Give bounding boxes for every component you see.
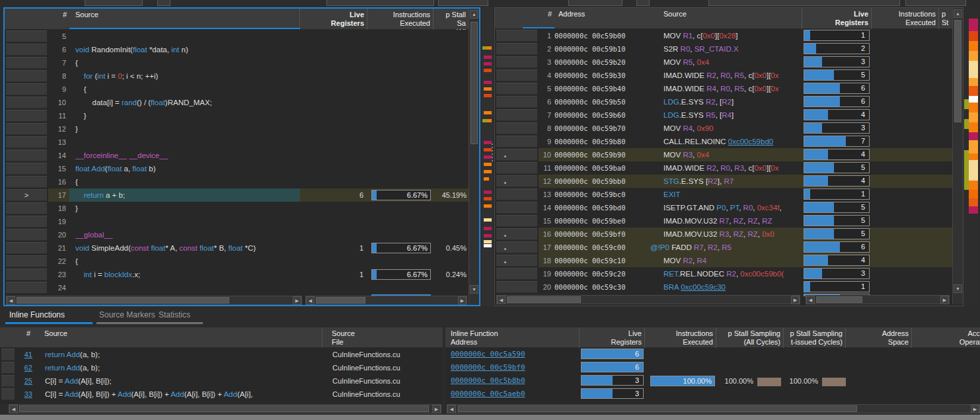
scroll-left-arrow[interactable]: ◀	[306, 296, 315, 305]
gutter-cell[interactable]	[6, 136, 47, 148]
source-row[interactable]: 10 data[i] = rand() / (float)RAND_MAX;	[5, 96, 469, 109]
sass-row[interactable]: 190000000c 00c59c20RET.REL.NODEC R2, 0xc…	[495, 267, 952, 280]
sass-row[interactable]: 100000000c 00c59b90MOV R3, 0x44	[495, 148, 952, 161]
sass-instruction-cell[interactable]: CALL.REL.NOINC 0xc00c59bd0	[647, 135, 802, 148]
sass-instruction-cell[interactable]: LDG.E.SYS R2, [R2]	[647, 95, 802, 108]
gutter-cell[interactable]	[6, 255, 47, 267]
source-code-cell[interactable]: data[i] = rand() / (float)RAND_MAX;	[69, 96, 300, 109]
source-code-cell[interactable]: {	[69, 83, 300, 96]
gutter-cell[interactable]	[496, 268, 537, 280]
source-row[interactable]: 18}	[5, 202, 469, 215]
source-code-cell[interactable]: float Add(float a, float b)	[69, 162, 300, 175]
sass-row[interactable]: 130000000c 00c59bc0EXIT1	[495, 188, 952, 201]
gutter-cell[interactable]	[496, 83, 537, 95]
col-header-access-operation[interactable]: AccessOperation	[912, 327, 980, 348]
inline-function-address-link[interactable]: 0000000c 00c5b8b0	[445, 374, 580, 388]
sass-row[interactable]: 160000000c 00c59bf0IMAD.MOV.U32 R3, RZ, …	[495, 228, 952, 241]
gutter-cell[interactable]	[6, 216, 47, 228]
line-number-link[interactable]: 33	[17, 388, 33, 401]
table-row[interactable]: 0000000c 00c5b8b03100.00%100.00%100.00%	[445, 374, 980, 388]
source-row[interactable]: 21void SimpleAdd(const float* A, const f…	[5, 241, 469, 255]
source-row[interactable]: 8 for (int i = 0; i < n; ++i)	[5, 69, 469, 83]
sass-row[interactable]: 140000000c 00c59bd0ISETP.GT.AND P0, PT, …	[495, 201, 952, 214]
col-header-line-number[interactable]: #	[0, 327, 33, 348]
source-code-cell[interactable]: return a + b;	[69, 189, 300, 202]
sass-instruction-cell[interactable]: IMAD.MOV.U32 R3, RZ, RZ, 0x0	[647, 228, 802, 241]
col-header-stall-sampling[interactable]: p Stall Sa(All	[433, 9, 469, 30]
scroll-left-arrow[interactable]: ◀	[497, 296, 506, 304]
scroll-thumb[interactable]	[19, 405, 429, 412]
inline-function-address-link[interactable]: 0000000c 00c5a590	[445, 348, 580, 361]
col-header-instructions-executed[interactable]: InstructionsExecuted	[367, 9, 433, 30]
gutter-cell[interactable]	[6, 202, 47, 214]
gutter-cell[interactable]	[496, 136, 537, 147]
sass-instruction-cell[interactable]: EXIT	[647, 188, 802, 201]
sass-row[interactable]: 180000000c 00c59c10MOV R2, R44	[495, 254, 952, 267]
col-header-source[interactable]: Source	[34, 327, 322, 348]
source-row[interactable]: 22{	[5, 255, 469, 268]
col-header-live-registers[interactable]: LiveRegisters	[300, 9, 367, 30]
scroll-thumb[interactable]	[471, 22, 478, 144]
source-row[interactable]: 20__global__	[5, 228, 469, 241]
gutter-cell[interactable]	[6, 97, 47, 108]
scroll-right-arrow[interactable]: ▶	[293, 296, 301, 305]
sass-vscrollbar[interactable]: ▲ ▼	[952, 8, 963, 304]
gutter-cell[interactable]	[496, 162, 537, 174]
scroll-right-arrow[interactable]: ▶	[971, 405, 979, 413]
stall-heatmap-strip-right[interactable]	[964, 7, 978, 306]
source-hscrollbar[interactable]: ◀ ▶	[6, 296, 302, 305]
source-code-cell[interactable]: {	[69, 56, 300, 69]
gutter-cell[interactable]	[496, 228, 537, 240]
inline-function-address-link[interactable]: 0000000c 00c5aeb0	[445, 388, 580, 401]
table-row[interactable]: 0000000c 00c5aeb03	[445, 388, 980, 401]
sass-instruction-cell[interactable]: IMAD.WIDE R2, R0, R3, c[0x0][0x	[647, 161, 802, 175]
scroll-right-arrow[interactable]: ▶	[940, 296, 949, 304]
sass-instruction-cell[interactable]: @!P0 FADD R7, R2, R5	[647, 241, 802, 254]
scroll-up-arrow[interactable]: ▲	[954, 9, 962, 18]
source-row[interactable]: 19	[5, 215, 469, 228]
source-row[interactable]: 11 }	[5, 109, 469, 122]
sass-instruction-cell[interactable]: STG.E.SYS [R2], R7	[647, 175, 802, 188]
source-code-cell[interactable]: int i = blockIdx.x;	[69, 268, 300, 281]
scroll-thumb[interactable]	[507, 296, 581, 303]
sass-instruction-cell[interactable]: MOV R4, 0x90	[647, 122, 802, 135]
source-code-cell[interactable]: __forceinline__ __device__	[69, 149, 300, 162]
gutter-cell[interactable]	[6, 57, 47, 69]
sass-instruction-cell[interactable]: MOV R3, 0x4	[647, 148, 802, 161]
gutter-cell[interactable]	[496, 149, 537, 161]
source-row[interactable]: 24	[5, 281, 469, 294]
bottom-right-hscrollbar[interactable]: ◀ ▶	[447, 404, 980, 413]
source-row[interactable]: 15float Add(float a, float b)	[5, 162, 469, 175]
source-vscrollbar[interactable]: ▲ ▼	[469, 9, 479, 305]
sass-row[interactable]: 200000000c 00c59c30BRA 0xc00c59c301	[495, 280, 952, 294]
gutter-cell[interactable]: >	[6, 189, 47, 201]
sass-instruction-cell[interactable]: S2R R0, SR_CTAID.X	[647, 42, 802, 56]
bottom-left-hscrollbar[interactable]: ◀ ▶	[9, 404, 441, 413]
col-header-live-registers[interactable]: LiveRegisters	[580, 327, 645, 348]
toolbar-button-partial[interactable]	[636, 0, 650, 6]
gutter-cell[interactable]	[6, 163, 47, 175]
scroll-down-arrow[interactable]: ▼	[954, 284, 962, 293]
col-header-instructions-executed[interactable]: InstructionsExecuted	[872, 8, 939, 29]
sass-row[interactable]: 120000000c 00c59bb0STG.E.SYS [R2], R74	[495, 175, 952, 188]
gutter-cell[interactable]	[6, 269, 47, 280]
address-link[interactable]: 0xc00c59c30	[681, 283, 726, 291]
source-row[interactable]: 12}	[5, 122, 469, 136]
toolbar-button-partial[interactable]	[157, 0, 170, 6]
gutter-cell[interactable]	[1, 375, 15, 387]
sass-row[interactable]: 20000000c 00c59b10S2R R0, SR_CTAID.X2	[495, 42, 952, 56]
sass-instruction-cell[interactable]: IMAD.MOV.U32 R7, RZ, RZ, RZ	[647, 214, 802, 228]
col-header-inline-function-address[interactable]: Inline FunctionAddress	[445, 327, 580, 348]
sass-row[interactable]: 10000000c 00c59b00MOV R1, c[0x0][0x28]1	[495, 29, 952, 42]
sass-metrics-hscrollbar[interactable]: ◀ ▶	[806, 295, 950, 304]
table-row[interactable]: 0000000c 00c59bf06	[445, 361, 980, 374]
source-code-cell[interactable]: void RandomInit(float *data, int n)	[69, 43, 300, 56]
source-code-cell[interactable]: __global__	[69, 228, 300, 241]
address-link[interactable]: 0xc00c59bd0	[728, 138, 773, 146]
col-header-source-file[interactable]: SourceFile	[322, 327, 443, 348]
source-code-cell[interactable]	[69, 215, 300, 228]
source-row[interactable]: 9 {	[5, 83, 469, 96]
scroll-up-arrow[interactable]: ▲	[470, 10, 478, 19]
scroll-right-arrow[interactable]: ▶	[791, 296, 800, 304]
sass-row[interactable]: 40000000c 00c59b30IMAD.WIDE R2, R0, R5, …	[495, 69, 952, 82]
